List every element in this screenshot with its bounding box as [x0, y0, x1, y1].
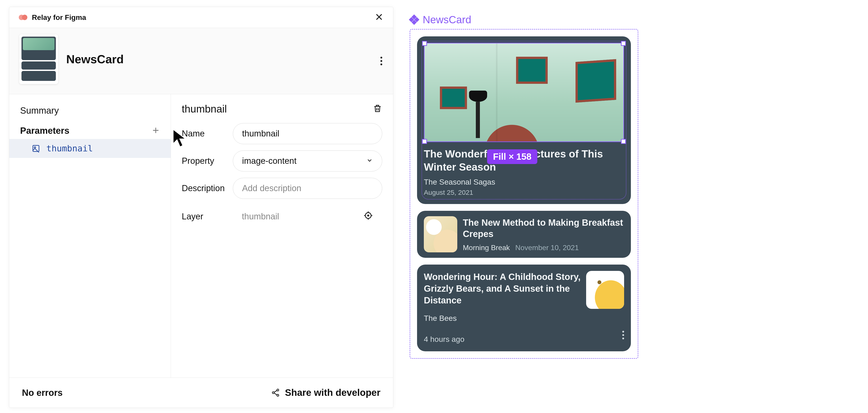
layer-display: thumbnail — [233, 205, 382, 228]
image-icon — [32, 145, 40, 153]
plugin-title: Relay for Figma — [32, 13, 86, 22]
property-label: Property — [182, 156, 227, 166]
add-parameter-icon[interactable] — [152, 126, 160, 135]
big-card[interactable]: Wondering Hour: A Childhood Story, Grizz… — [417, 264, 631, 351]
target-layer-icon[interactable] — [363, 211, 373, 223]
hero-card[interactable]: Fill × 158 The Wonderful Architectures o… — [417, 36, 631, 204]
row-title: The New Method to Making Breakfast Crepe… — [463, 217, 624, 240]
big-time-ago: 4 hours ago — [424, 335, 465, 344]
chevron-down-icon — [366, 156, 373, 166]
share-label: Share with developer — [285, 387, 380, 398]
big-title: Wondering Hour: A Childhood Story, Grizz… — [424, 271, 581, 306]
relay-logo-icon — [19, 14, 28, 21]
row-thumbnail — [424, 216, 457, 252]
svg-point-1 — [34, 147, 36, 148]
plugin-header: Relay for Figma — [9, 7, 393, 28]
layer-label: Layer — [182, 212, 227, 221]
card-more-icon[interactable] — [622, 331, 624, 339]
svg-rect-0 — [33, 146, 39, 152]
status-text: No errors — [22, 388, 63, 398]
parameter-item-label: thumbnail — [46, 144, 93, 153]
property-value: image-content — [242, 156, 297, 166]
sidebar-summary[interactable]: Summary — [9, 103, 170, 123]
svg-point-3 — [368, 215, 369, 216]
details-panel: thumbnail Name thumbnail Property image-… — [171, 94, 393, 378]
sidebar-parameters-label: Parameters — [20, 126, 69, 136]
details-heading: thumbnail — [182, 103, 227, 115]
row-date: November 10, 2021 — [515, 244, 579, 252]
frame-label[interactable]: NewsCard — [423, 13, 471, 26]
big-source: The Bees — [424, 314, 624, 323]
row-source: Morning Break — [463, 244, 510, 252]
hero-thumbnail[interactable] — [424, 43, 624, 142]
description-placeholder: Add description — [242, 184, 301, 193]
name-input[interactable]: thumbnail — [233, 123, 382, 144]
component-diamond-icon — [410, 15, 418, 24]
sidebar-parameters-row: Parameters — [9, 123, 170, 139]
newscard-frame[interactable]: Fill × 158 The Wonderful Architectures o… — [410, 29, 638, 359]
row-card[interactable]: The New Method to Making Breakfast Crepe… — [417, 211, 631, 258]
layer-value: thumbnail — [242, 212, 279, 221]
relay-plugin-panel: Relay for Figma NewsCard Summary Paramet… — [9, 7, 393, 408]
component-name: NewsCard — [66, 53, 124, 66]
size-badge: Fill × 158 — [487, 149, 537, 164]
parameter-item-thumbnail[interactable]: thumbnail — [9, 139, 170, 158]
component-header: NewsCard — [9, 28, 393, 94]
share-button[interactable]: Share with developer — [271, 387, 380, 398]
component-thumbnail-icon — [19, 34, 58, 84]
name-label: Name — [182, 129, 227, 138]
cursor-icon — [171, 128, 188, 149]
description-label: Description — [182, 184, 227, 193]
big-thumbnail — [586, 271, 624, 309]
plugin-footer: No errors Share with developer — [9, 378, 393, 408]
sidebar: Summary Parameters thumbnail — [9, 94, 171, 378]
figma-canvas: NewsCard Fill × 158 The Wonderful Archit… — [410, 13, 638, 413]
description-input[interactable]: Add description — [233, 178, 382, 199]
property-select[interactable]: image-content — [233, 151, 382, 171]
more-menu-icon[interactable] — [380, 57, 382, 65]
close-icon[interactable] — [375, 12, 383, 22]
name-value: thumbnail — [242, 129, 279, 138]
delete-icon[interactable] — [373, 104, 382, 114]
hero-source: The Seasonal Sagas — [424, 178, 624, 186]
hero-date: August 25, 2021 — [424, 189, 624, 196]
